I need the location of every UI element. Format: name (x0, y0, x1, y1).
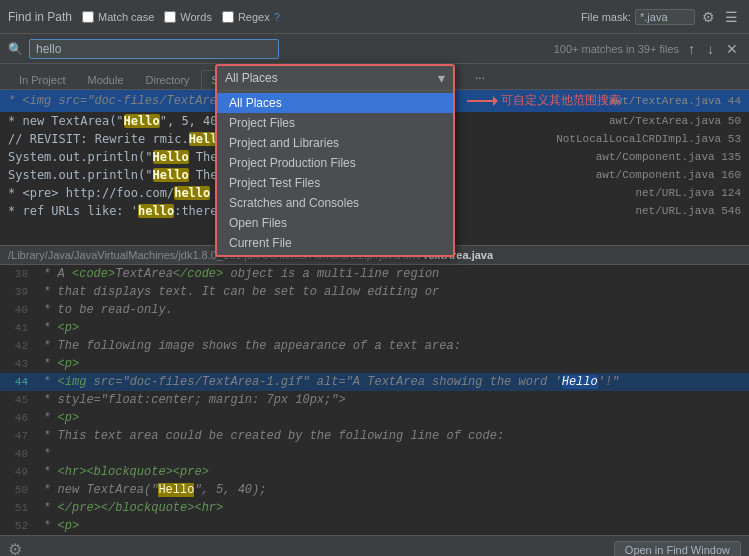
line-content-45: * style="float:center; margin: 7px 10px;… (36, 391, 346, 409)
line-num-46: 46 (0, 409, 36, 427)
code-line-51: 51 * </pre></blockquote><hr> (0, 499, 749, 517)
code-line-40: 40 * to be read-only. (0, 301, 749, 319)
line-content-42: * The following image shows the appearan… (36, 337, 461, 355)
line-num-48: 48 (0, 445, 36, 463)
result-file-1: awt/TextArea.java 50 (609, 115, 741, 127)
line-content-44: * <img src="doc-files/TextArea-1.gif" al… (36, 373, 619, 391)
line-content-49: * <hr><blockquote><pre> (36, 463, 209, 481)
tab-module[interactable]: Module (76, 70, 134, 89)
line-num-41: 41 (0, 319, 36, 337)
words-checkbox[interactable] (164, 11, 176, 23)
line-content-50: * new TextArea("Hello", 5, 40); (36, 481, 266, 499)
search-icon: 🔍 (8, 42, 23, 56)
toolbar-title: Find in Path (8, 10, 72, 24)
dropdown-item-current-file[interactable]: Current File (217, 233, 453, 253)
file-mask-input[interactable] (635, 9, 695, 25)
filter-icon-btn[interactable]: ⚙ (699, 9, 718, 25)
line-content-46: * <p> (36, 409, 79, 427)
search-bar: 🔍 100+ matches in 39+ files ↑ ↓ ✕ (0, 34, 749, 64)
code-lines-container: 38 * A <code>TextArea</code> object is a… (0, 265, 749, 535)
tab-directory[interactable]: Directory (135, 70, 201, 89)
result-text-1: * new TextArea("Hello", 5, 40); (8, 114, 232, 128)
dropdown-item-open-files[interactable]: Open Files (217, 213, 453, 233)
line-content-38: * A <code>TextArea</code> object is a mu… (36, 265, 439, 283)
line-num-47: 47 (0, 427, 36, 445)
match-case-group: Match case (82, 11, 154, 23)
dropdown-items-list: All Places Project Files Project and Lib… (217, 91, 453, 255)
line-num-42: 42 (0, 337, 36, 355)
line-content-40: * to be read-only. (36, 301, 173, 319)
line-num-52: 52 (0, 517, 36, 535)
match-case-checkbox[interactable] (82, 11, 94, 23)
code-line-48: 48 * (0, 445, 749, 463)
line-num-49: 49 (0, 463, 36, 481)
code-line-44: 44 * <img src="doc-files/TextArea-1.gif"… (0, 373, 749, 391)
line-content-39: * that displays text. It can be set to a… (36, 283, 439, 301)
line-num-45: 45 (0, 391, 36, 409)
line-num-38: 38 (0, 265, 36, 283)
next-match-btn[interactable]: ↓ (704, 41, 717, 57)
dropdown-item-project-test[interactable]: Project Test Files (217, 173, 453, 193)
dropdown-item-project-files[interactable]: Project Files (217, 113, 453, 133)
result-text-4: System.out.println("Hello The (8, 168, 218, 182)
line-content-43: * <p> (36, 355, 79, 373)
match-case-label: Match case (98, 11, 154, 23)
code-line-50: 50 * new TextArea("Hello", 5, 40); (0, 481, 749, 499)
settings-icon-btn[interactable]: ☰ (722, 9, 741, 25)
line-content-41: * <p> (36, 319, 79, 337)
regex-checkbox[interactable] (222, 11, 234, 23)
bottom-bar: ⚙ Open in Find Window (0, 535, 749, 556)
file-mask-group: File mask: ⚙ ☰ (581, 9, 741, 25)
result-file-4: awt/Component.java 160 (596, 169, 741, 181)
scope-area: In Project Module Directory Scope All Pl… (0, 64, 749, 90)
code-line-52: 52 * <p> (0, 517, 749, 535)
line-content-51: * </pre></blockquote><hr> (36, 499, 223, 517)
result-file-6: net/URL.java 546 (635, 205, 741, 217)
code-line-39: 39 * that displays text. It can be set t… (0, 283, 749, 301)
dropdown-header[interactable]: All Places ▾ (217, 66, 453, 91)
line-num-40: 40 (0, 301, 36, 319)
dropdown-chevron-icon: ▾ (438, 70, 445, 86)
line-content-47: * This text area could be created by the… (36, 427, 504, 445)
dropdown-more-btn[interactable]: ... (475, 68, 485, 82)
open-find-window-btn[interactable]: Open in Find Window (614, 541, 741, 557)
code-line-47: 47 * This text area could be created by … (0, 427, 749, 445)
code-line-43: 43 * <p> (0, 355, 749, 373)
scope-dropdown-box: All Places ▾ All Places Project Files Pr… (215, 64, 455, 257)
result-text-3: System.out.println("Hello There" (8, 150, 239, 164)
toolbar: Find in Path Match case Words Regex ? Fi… (0, 0, 749, 34)
result-file-3: awt/Component.java 135 (596, 151, 741, 163)
code-line-46: 46 * <p> (0, 409, 749, 427)
result-file-2: NotLocalLocalCRDImpl.java 53 (556, 133, 741, 145)
dropdown-item-all-places[interactable]: All Places (217, 93, 453, 113)
code-line-41: 41 * <p> (0, 319, 749, 337)
regex-label: Regex (238, 11, 270, 23)
dropdown-item-project-production[interactable]: Project Production Files (217, 153, 453, 173)
line-num-50: 50 (0, 481, 36, 499)
code-line-49: 49 * <hr><blockquote><pre> (0, 463, 749, 481)
code-line-45: 45 * style="float:center; margin: 7px 10… (0, 391, 749, 409)
line-content-48: * (36, 445, 50, 463)
dropdown-item-project-libraries[interactable]: Project and Libraries (217, 133, 453, 153)
words-group: Words (164, 11, 212, 23)
regex-group: Regex ? (222, 11, 280, 23)
tab-in-project[interactable]: In Project (8, 70, 76, 89)
code-line-38: 38 * A <code>TextArea</code> object is a… (0, 265, 749, 283)
scope-dropdown-container: All Places ▾ All Places Project Files Pr… (215, 64, 455, 257)
regex-help-icon[interactable]: ? (274, 11, 280, 23)
close-btn[interactable]: ✕ (723, 41, 741, 57)
code-line-42: 42 * The following image shows the appea… (0, 337, 749, 355)
words-label: Words (180, 11, 212, 23)
dropdown-header-text: All Places (225, 71, 278, 85)
code-area: 38 * A <code>TextArea</code> object is a… (0, 265, 749, 535)
file-mask-label: File mask: (581, 11, 631, 23)
match-count: 100+ matches in 39+ files (554, 43, 679, 55)
settings-gear-icon[interactable]: ⚙ (8, 540, 22, 556)
result-file-5: net/URL.java 124 (635, 187, 741, 199)
line-content-52: * <p> (36, 517, 79, 535)
dropdown-item-scratches[interactable]: Scratches and Consoles (217, 193, 453, 213)
search-input[interactable] (29, 39, 279, 59)
line-num-44: 44 (0, 373, 36, 391)
result-file-0: awt/TextArea.java 44 (609, 95, 741, 107)
prev-match-btn[interactable]: ↑ (685, 41, 698, 57)
